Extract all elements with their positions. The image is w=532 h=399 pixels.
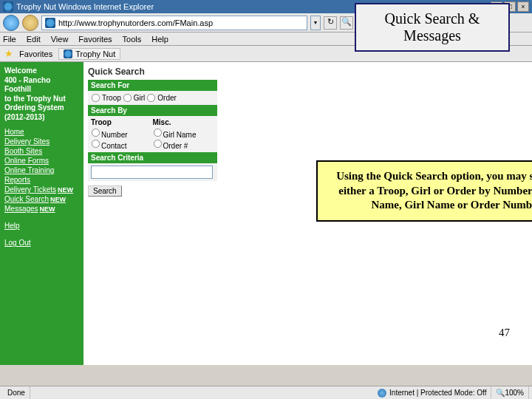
site-icon bbox=[45, 18, 55, 28]
main-panel: Quick Search Search For Troop Girl Order… bbox=[83, 62, 532, 365]
sidebar-item-online-forms[interactable]: Online Forms bbox=[4, 157, 79, 165]
favorites-star-icon[interactable]: ★ bbox=[4, 48, 13, 59]
radio-number[interactable]: Number bbox=[91, 131, 128, 139]
status-zone: Internet | Protected Mode: Off bbox=[373, 386, 491, 399]
forward-button[interactable] bbox=[22, 15, 38, 31]
url-dropdown[interactable]: ▾ bbox=[310, 16, 321, 30]
instruction-text: Using the Quick Search option, you may s… bbox=[336, 170, 532, 211]
menu-favorites[interactable]: Favorites bbox=[78, 35, 112, 44]
radio-troop[interactable]: Troop bbox=[91, 93, 121, 103]
search-for-options: Troop Girl Order bbox=[91, 93, 214, 103]
sidebar-item-logout[interactable]: Log Out bbox=[4, 239, 79, 247]
status-zoom[interactable]: 🔍 100% bbox=[491, 386, 529, 399]
radio-order[interactable]: Order bbox=[146, 93, 177, 103]
welcome-text: Welcome 400 - Rancho Foothill to the Tro… bbox=[4, 66, 79, 122]
status-bar: Done Internet | Protected Mode: Off 🔍 10… bbox=[0, 386, 532, 399]
content-area: Welcome 400 - Rancho Foothill to the Tro… bbox=[0, 62, 532, 365]
instruction-overlay: Using the Quick Search option, you may s… bbox=[316, 160, 532, 222]
search-submit-button[interactable]: Search bbox=[88, 185, 122, 197]
status-done: Done bbox=[3, 386, 30, 399]
slide-title-text: Quick Search & Messages bbox=[385, 10, 480, 44]
sidebar-item-online-training[interactable]: Online Training bbox=[4, 166, 79, 174]
sidebar-item-booth-sites[interactable]: Booth Sites bbox=[4, 147, 79, 155]
sidebar-item-reports[interactable]: Reports bbox=[4, 176, 79, 184]
radio-girlname[interactable]: Girl Name bbox=[153, 131, 197, 139]
slide-number: 47 bbox=[499, 327, 510, 339]
menu-help[interactable]: Help bbox=[151, 35, 168, 44]
search-for-header: Search For bbox=[88, 80, 217, 91]
search-by-header: Search By bbox=[88, 105, 217, 116]
close-button[interactable]: × bbox=[517, 1, 529, 12]
menu-edit[interactable]: Edit bbox=[27, 35, 41, 44]
page-title: Quick Search bbox=[88, 66, 528, 77]
url-text: http://www.trophynutorders.com/FMain.asp bbox=[58, 18, 213, 27]
radio-girl[interactable]: Girl bbox=[123, 93, 146, 103]
quick-search-panel: Search For Troop Girl Order Search By Tr… bbox=[88, 80, 217, 181]
menu-view[interactable]: View bbox=[51, 35, 69, 44]
sidebar-item-delivery-tickets[interactable]: Delivery TicketsNEW bbox=[4, 185, 79, 194]
globe-icon bbox=[378, 389, 386, 398]
ie-icon bbox=[3, 1, 13, 12]
menu-tools[interactable]: Tools bbox=[123, 35, 142, 44]
tab-label: Trophy Nut bbox=[75, 50, 115, 58]
col-troop-header: Troop bbox=[91, 118, 153, 126]
tab-site-icon bbox=[64, 50, 72, 58]
sidebar-item-quick-search[interactable]: Quick SearchNEW bbox=[4, 195, 79, 203]
new-badge: NEW bbox=[58, 186, 73, 194]
sidebar-item-help[interactable]: Help bbox=[4, 222, 79, 230]
favorites-label: Favorites bbox=[19, 50, 52, 58]
back-button[interactable] bbox=[3, 15, 19, 31]
sidebar-item-delivery-sites[interactable]: Delivery Sites bbox=[4, 137, 79, 146]
search-criteria-input[interactable] bbox=[91, 166, 213, 179]
sidebar: Welcome 400 - Rancho Foothill to the Tro… bbox=[0, 62, 83, 365]
menu-file[interactable]: File bbox=[3, 35, 16, 44]
radio-contact[interactable]: Contact bbox=[91, 142, 126, 150]
url-input[interactable]: http://www.trophynutorders.com/FMain.asp bbox=[41, 16, 307, 30]
slide-title-overlay: Quick Search & Messages bbox=[355, 3, 510, 52]
new-badge: NEW bbox=[50, 196, 66, 203]
col-misc-header: Misc. bbox=[153, 118, 215, 126]
refresh-button[interactable]: ↻ bbox=[324, 16, 337, 30]
window-title: Trophy Nut Windows Internet Explorer bbox=[16, 2, 154, 11]
page-tab[interactable]: Trophy Nut bbox=[58, 48, 120, 60]
search-button[interactable]: 🔍 bbox=[340, 16, 353, 30]
sidebar-item-home[interactable]: Home bbox=[4, 128, 79, 136]
sidebar-item-messages[interactable]: MessagesNEW bbox=[4, 205, 79, 213]
new-badge: NEW bbox=[40, 205, 55, 213]
search-criteria-header: Search Criteria bbox=[88, 152, 217, 163]
radio-ordernum[interactable]: Order # bbox=[153, 142, 188, 150]
